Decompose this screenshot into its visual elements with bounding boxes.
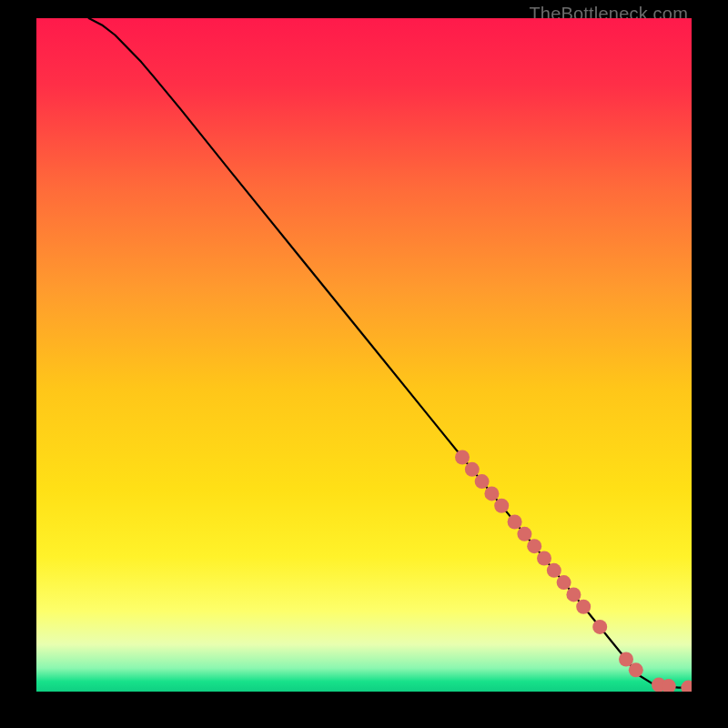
marker-point [465, 462, 480, 477]
marker-point [547, 563, 561, 578]
plot-background [36, 18, 692, 692]
marker-point [484, 486, 499, 500]
marker-point [537, 551, 551, 565]
marker-point [508, 515, 522, 530]
marker-point [527, 539, 541, 553]
marker-point [455, 450, 470, 464]
marker-point [494, 499, 509, 513]
marker-point [576, 600, 591, 614]
marker-point [517, 527, 531, 541]
chart-frame: TheBottleneck.com [0, 0, 728, 728]
marker-point [557, 575, 571, 590]
chart-plot [36, 18, 692, 692]
marker-point [619, 652, 633, 666]
marker-point [566, 587, 581, 602]
marker-point [475, 474, 490, 489]
marker-point [592, 620, 607, 634]
marker-point [629, 662, 643, 677]
